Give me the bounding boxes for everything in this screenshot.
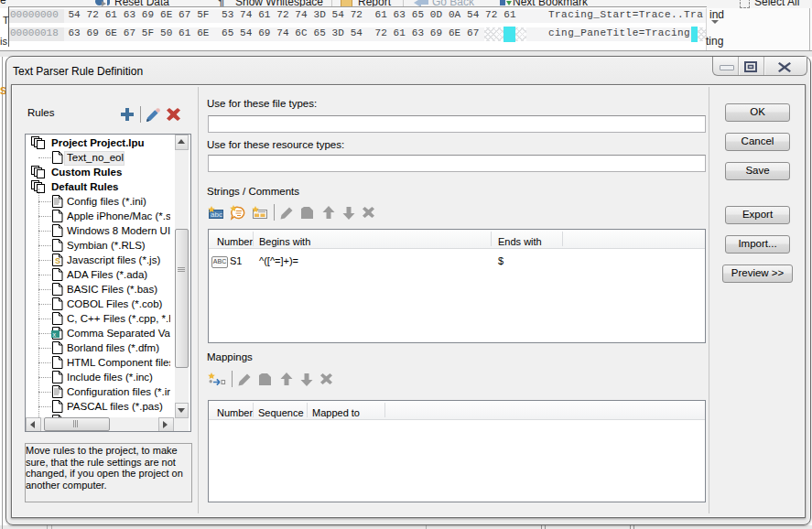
svg-text:S: S xyxy=(55,256,60,265)
svg-text:x: x xyxy=(53,331,57,338)
